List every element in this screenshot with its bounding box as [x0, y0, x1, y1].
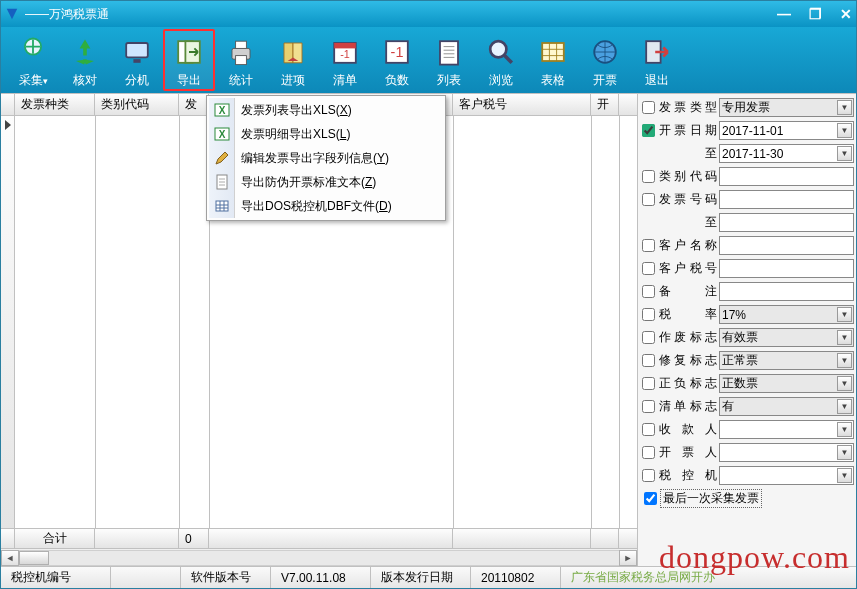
export-menu-item-4[interactable]: 导出DOS税控机DBF文件(D) [209, 194, 443, 218]
col-footer-catcode [95, 529, 179, 548]
filter-last-collect[interactable]: 最后一次采集发票 [640, 489, 854, 508]
filter-row-date_from: 开票日期2017-11-01▼ [640, 119, 854, 142]
close-button[interactable]: ✕ [840, 6, 852, 22]
toolbar-branch-button[interactable]: 分机 [111, 29, 163, 91]
dropdown-caret-icon[interactable]: ▼ [837, 100, 852, 115]
filter-list_flag-checkbox[interactable] [642, 400, 655, 413]
col-header-invno[interactable]: 发 [179, 94, 209, 115]
col-header-type[interactable]: 发票种类 [15, 94, 95, 115]
filter-posneg_flag-checkbox[interactable] [642, 377, 655, 390]
scroll-left-button[interactable]: ◄ [1, 550, 19, 566]
filter-cat_code-checkbox[interactable] [642, 170, 655, 183]
export-menu-item-0[interactable]: X发票列表导出XLS(X) [209, 98, 443, 122]
toolbar-listview-button[interactable]: 列表 [423, 29, 475, 91]
maximize-button[interactable]: ❐ [809, 6, 822, 22]
filter-payee-checkbox[interactable] [642, 423, 655, 436]
dropdown-caret-icon[interactable]: ▼ [837, 445, 852, 460]
status-machine-label: 税控机编号 [1, 567, 111, 588]
dropdown-caret-icon[interactable]: ▼ [837, 307, 852, 322]
dropdown-caret-icon[interactable]: ▼ [837, 353, 852, 368]
filter-date_from-value[interactable]: 2017-11-01▼ [719, 121, 854, 140]
filter-void_flag-checkbox[interactable] [642, 331, 655, 344]
grid-corner [1, 94, 15, 115]
toolbar-check-button[interactable]: 核对 [59, 29, 111, 91]
filter-date_from-checkbox[interactable] [642, 124, 655, 137]
toolbar-export-button[interactable]: 导出 [163, 29, 215, 91]
filter-cust_no-value[interactable] [719, 259, 854, 278]
export-menu-item-2[interactable]: 编辑发票导出字段列信息(Y) [209, 146, 443, 170]
svg-text:X: X [219, 129, 226, 140]
dropdown-caret-icon[interactable]: ▼ [837, 330, 852, 345]
filter-cust_name-value[interactable] [719, 236, 854, 255]
filter-invoice_type-checkbox[interactable] [642, 101, 655, 114]
filter-inv_no-value[interactable] [719, 190, 854, 209]
filter-void_flag-value[interactable]: 有效票▼ [719, 328, 854, 347]
svg-rect-3 [133, 59, 140, 63]
filter-issuer-value[interactable]: ▼ [719, 443, 854, 462]
dropdown-caret-icon[interactable]: ▼ [837, 146, 852, 161]
filter-repair_flag-label: 修复标志 [659, 352, 717, 369]
filter-tax_rate-checkbox[interactable] [642, 308, 655, 321]
toolbar-list-button[interactable]: -1清单 [319, 29, 371, 91]
list-icon: -1 [326, 33, 364, 70]
toolbar-stats-button[interactable]: 统计 [215, 29, 267, 91]
export-menu-item-3[interactable]: 导出防伪开票标准文本(Z) [209, 170, 443, 194]
toolbar-table-button[interactable]: 表格 [527, 29, 579, 91]
filter-inv_no_to-value[interactable] [719, 213, 854, 232]
filter-row-list_flag: 清单标志有▼ [640, 395, 854, 418]
filter-inv_no-checkbox[interactable] [642, 193, 655, 206]
filter-posneg_flag-value[interactable]: 正数票▼ [719, 374, 854, 393]
stats-icon [222, 33, 260, 70]
filter-machine-value[interactable]: ▼ [719, 466, 854, 485]
filter-row-tax_rate: 税 率17%▼ [640, 303, 854, 326]
invoice-icon [586, 33, 624, 70]
filter-issuer-checkbox[interactable] [642, 446, 655, 459]
toolbar-exit-button[interactable]: 退出 [631, 29, 683, 91]
main-toolbar: 采集▾核对分机导出统计进项-1清单-1负数列表浏览表格开票退出 [1, 27, 856, 93]
col-header-open[interactable]: 开 [591, 94, 619, 115]
toolbar-neg-button[interactable]: -1负数 [371, 29, 423, 91]
toolbar-input-button[interactable]: 进项 [267, 29, 319, 91]
col-footer-type: 合计 [15, 529, 95, 548]
scroll-thumb[interactable] [19, 551, 49, 565]
filter-repair_flag-value[interactable]: 正常票▼ [719, 351, 854, 370]
filter-date_to-value[interactable]: 2017-11-30▼ [719, 144, 854, 163]
scroll-track[interactable] [19, 550, 619, 566]
filter-machine-label: 税 控 机 [659, 467, 717, 484]
filter-repair_flag-checkbox[interactable] [642, 354, 655, 367]
dropdown-caret-icon[interactable]: ▼ [837, 468, 852, 483]
svg-rect-7 [236, 41, 247, 48]
filter-invoice_type-label: 发票类型 [659, 99, 717, 116]
col-footer-custno [453, 529, 591, 548]
grid-hscrollbar[interactable]: ◄ ► [1, 548, 637, 566]
col-header-catcode[interactable]: 类别代码 [95, 94, 179, 115]
filter-date_from-label: 开票日期 [659, 122, 717, 139]
dropdown-caret-icon[interactable]: ▼ [837, 123, 852, 138]
col-footer-invno: 0 [179, 529, 209, 548]
filter-payee-value[interactable]: ▼ [719, 420, 854, 439]
filter-cust_name-checkbox[interactable] [642, 239, 655, 252]
filter-cat_code-value[interactable] [719, 167, 854, 186]
toolbar-collect-button[interactable]: 采集▾ [7, 29, 59, 91]
toolbar-browse-button[interactable]: 浏览 [475, 29, 527, 91]
filter-tax_rate-value[interactable]: 17%▼ [719, 305, 854, 324]
filter-cust_no-label: 客户税号 [659, 260, 717, 277]
toolbar-invoice-button[interactable]: 开票 [579, 29, 631, 91]
dropdown-caret-icon[interactable]: ▼ [837, 399, 852, 414]
filter-remark-checkbox[interactable] [642, 285, 655, 298]
filter-last-collect-checkbox[interactable] [644, 492, 657, 505]
dropdown-caret-icon[interactable]: ▼ [837, 422, 852, 437]
grid-footer: 合计0 [1, 528, 637, 548]
col-header-custno[interactable]: 客户税号 [453, 94, 591, 115]
svg-rect-2 [126, 43, 148, 57]
minimize-button[interactable]: — [777, 6, 791, 22]
filter-machine-checkbox[interactable] [642, 469, 655, 482]
filter-invoice_type-value[interactable]: 专用发票▼ [719, 98, 854, 117]
filter-remark-value[interactable] [719, 282, 854, 301]
scroll-right-button[interactable]: ► [619, 550, 637, 566]
dropdown-caret-icon[interactable]: ▼ [837, 376, 852, 391]
filter-payee-label: 收 款 人 [659, 421, 717, 438]
export-menu-item-1[interactable]: X发票明细导出XLS(L) [209, 122, 443, 146]
filter-list_flag-value[interactable]: 有▼ [719, 397, 854, 416]
filter-cust_no-checkbox[interactable] [642, 262, 655, 275]
